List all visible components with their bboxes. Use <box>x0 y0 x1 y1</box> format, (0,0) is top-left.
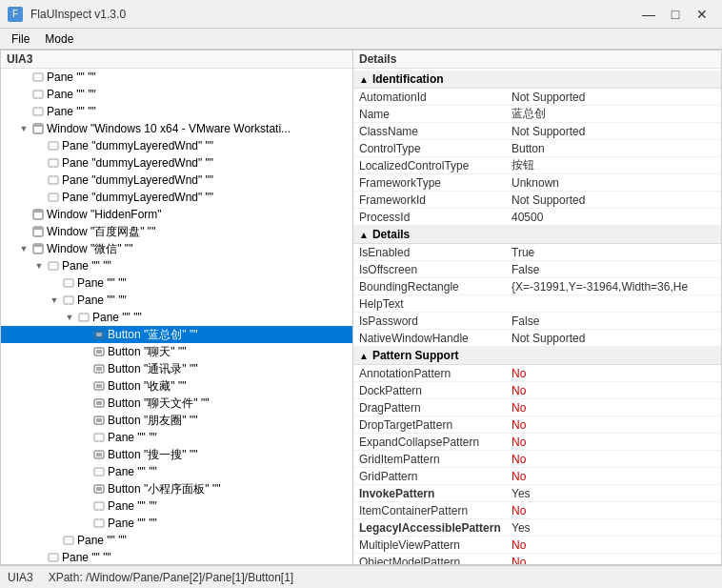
tree-expander[interactable]: ▼ <box>16 241 31 256</box>
tree-item[interactable]: Button "聊天" "" <box>1 343 352 360</box>
tree-container[interactable]: Pane "" ""Pane "" ""Pane "" ""▼Window "W… <box>1 69 352 564</box>
tree-item-label: Pane "dummyLayeredWnd" "" <box>62 191 213 204</box>
detail-value: False <box>511 263 539 276</box>
tree-item[interactable]: ▼Pane "" "" <box>1 257 352 274</box>
detail-row: ExpandCollapsePatternNo <box>353 434 721 451</box>
detail-value: Not Supported <box>511 91 585 104</box>
detail-row: NativeWindowHandleNot Supported <box>353 330 721 347</box>
tree-expander <box>77 447 92 462</box>
section-toggle: ▲ <box>359 351 369 361</box>
tree-item[interactable]: Window "HiddenForm" <box>1 206 352 223</box>
tree-item[interactable]: Pane "dummyLayeredWnd" "" <box>1 154 352 172</box>
tree-expander <box>47 275 62 291</box>
tree-item[interactable]: Pane "dummyLayeredWnd" "" <box>1 189 352 206</box>
tree-item[interactable]: Button "朋友圈" "" <box>1 412 352 429</box>
tree-item[interactable]: Pane "" "" <box>1 103 352 120</box>
svg-rect-5 <box>49 142 58 150</box>
tree-expander[interactable]: ▼ <box>47 293 62 308</box>
tree-expander <box>31 550 47 564</box>
pane-icon <box>47 191 60 204</box>
tree-item[interactable]: Pane "" "" <box>1 549 352 564</box>
pane-icon <box>92 517 106 530</box>
tree-item[interactable]: Button "小程序面板" "" <box>1 480 352 497</box>
tree-item[interactable]: Pane "" "" <box>1 497 352 515</box>
svg-rect-22 <box>96 350 102 354</box>
pane-icon <box>92 431 106 444</box>
tree-item[interactable]: ▼Pane "" "" <box>1 309 352 326</box>
detail-label: Name <box>359 108 511 121</box>
svg-rect-1 <box>33 91 43 98</box>
tree-item[interactable]: Pane "dummyLayeredWnd" "" <box>1 137 352 154</box>
tree-item[interactable]: ▼Window "Windows 10 x64 - VMware Worksta… <box>1 120 352 137</box>
detail-value: False <box>511 314 539 328</box>
detail-value: No <box>511 436 526 449</box>
tree-item[interactable]: Pane "" "" <box>1 515 352 532</box>
detail-row: LocalizedControlType按钮 <box>353 157 721 174</box>
tree-item[interactable]: Window "百度网盘" "" <box>1 223 352 240</box>
section-header-1[interactable]: ▲Details <box>353 226 721 244</box>
tree-item[interactable]: ▼Window "微信" "" <box>1 240 352 257</box>
detail-value: No <box>511 470 526 483</box>
menu-mode[interactable]: Mode <box>37 30 81 48</box>
tree-item-label: Button "蓝总创" "" <box>108 327 197 343</box>
tree-item[interactable]: Pane "" "" <box>1 86 352 103</box>
tree-item-label: Pane "" "" <box>62 551 111 564</box>
tree-item[interactable]: Button "聊天文件" "" <box>1 395 352 412</box>
tree-expander <box>77 498 92 514</box>
svg-rect-6 <box>49 159 58 167</box>
detail-value: 按钮 <box>511 157 534 173</box>
tree-expander <box>16 207 31 222</box>
tree-item[interactable]: Pane "" "" <box>1 429 352 446</box>
detail-value: 蓝总创 <box>511 106 546 122</box>
tree-item[interactable]: Pane "" "" <box>1 69 352 86</box>
tree-item[interactable]: Button "蓝总创" "" <box>1 326 352 343</box>
title-bar: F FlaUInspect v1.3.0 — □ ✕ <box>0 0 722 29</box>
tree-item[interactable]: Button "通讯录" "" <box>1 360 352 377</box>
detail-label: InvokePattern <box>359 487 511 500</box>
svg-rect-34 <box>94 468 104 476</box>
tree-expander[interactable]: ▼ <box>62 310 77 325</box>
svg-rect-0 <box>33 73 43 81</box>
detail-row: IsPasswordFalse <box>353 313 721 330</box>
section-label: Pattern Support <box>372 349 459 362</box>
maximize-button[interactable]: □ <box>663 5 688 24</box>
tree-item-label: Window "Windows 10 x64 - VMware Workstat… <box>47 122 291 135</box>
tree-item[interactable]: Button "搜一搜" "" <box>1 446 352 463</box>
tree-item-label: Pane "" "" <box>77 294 127 307</box>
section-header-2[interactable]: ▲Pattern Support <box>353 347 721 365</box>
tree-item-label: Pane "dummyLayeredWnd" "" <box>62 156 213 170</box>
svg-rect-15 <box>49 262 58 270</box>
tree-item[interactable]: Pane "dummyLayeredWnd" "" <box>1 172 352 189</box>
tree-item[interactable]: Pane "" "" <box>1 532 352 549</box>
section-header-0[interactable]: ▲Identification <box>353 71 721 89</box>
detail-value: No <box>511 538 526 552</box>
svg-rect-33 <box>96 453 102 456</box>
tree-item[interactable]: Button "收藏" "" <box>1 377 352 395</box>
minimize-button[interactable]: — <box>636 5 661 24</box>
svg-rect-40 <box>49 554 58 561</box>
tree-item-label: Pane "" "" <box>108 431 157 444</box>
menu-file[interactable]: File <box>4 30 37 48</box>
detail-label: DockPattern <box>359 384 511 397</box>
button-icon <box>92 448 106 461</box>
detail-value: Not Supported <box>511 332 585 345</box>
tree-expander[interactable]: ▼ <box>31 258 47 274</box>
tree-item-label: Window "微信" "" <box>47 241 132 257</box>
tree-item[interactable]: Pane "" "" <box>1 463 352 480</box>
tree-expander <box>47 533 62 548</box>
tree-expander <box>16 70 31 85</box>
tree-item-label: Pane "" "" <box>62 259 111 273</box>
detail-row: DropTargetPatternNo <box>353 416 721 434</box>
tree-item-label: Pane "" "" <box>108 517 157 530</box>
tree-expander[interactable]: ▼ <box>16 121 31 136</box>
tree-item[interactable]: Pane "" "" <box>1 274 352 292</box>
pane-icon <box>62 534 75 547</box>
pane-icon <box>47 139 60 152</box>
tree-expander <box>77 481 92 497</box>
svg-rect-16 <box>64 279 73 287</box>
tree-item[interactable]: ▼Pane "" "" <box>1 292 352 309</box>
close-button[interactable]: ✕ <box>690 5 714 24</box>
tree-expander <box>77 430 92 445</box>
details-container[interactable]: ▲IdentificationAutomationIdNot Supported… <box>353 69 721 564</box>
app-icon: F <box>8 7 23 22</box>
